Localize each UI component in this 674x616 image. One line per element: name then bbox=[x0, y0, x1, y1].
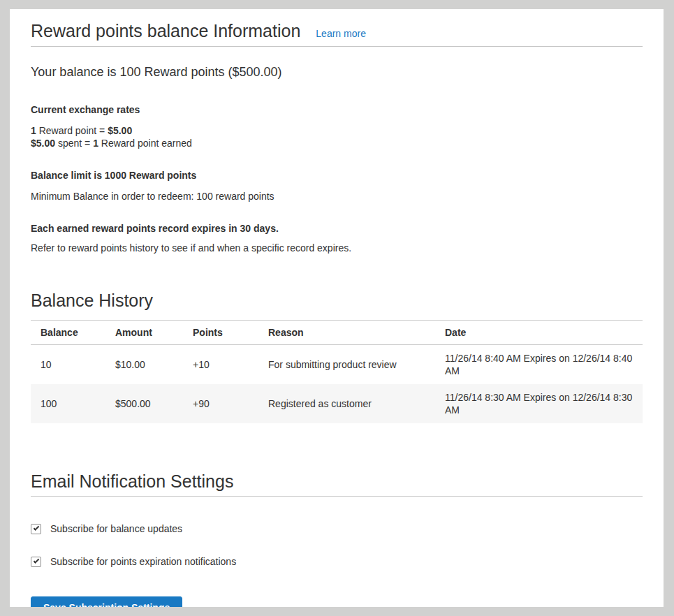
column-header-amount: Amount bbox=[105, 321, 183, 345]
rate1-text: Reward point = bbox=[36, 125, 108, 136]
exchange-rates: 1 Reward point = $5.00 $5.00 spent = 1 R… bbox=[31, 124, 643, 149]
cell-reason: Registered as customer bbox=[258, 384, 435, 423]
balance-limit-text: Balance limit is 1000 Reward points bbox=[31, 169, 643, 182]
balance-history-section: Balance History Balance Amount Points Re… bbox=[31, 290, 643, 423]
email-notification-section: Email Notification Settings Subscribe fo… bbox=[31, 471, 643, 607]
balance-history-title: Balance History bbox=[31, 290, 643, 311]
cell-reason: For submitting product review bbox=[258, 345, 435, 385]
reward-points-page: Reward points balance Information Learn … bbox=[10, 9, 664, 607]
cell-balance: 100 bbox=[31, 384, 105, 423]
table-header-row: Balance Amount Points Reason Date bbox=[31, 321, 643, 345]
cell-date: 11/26/14 8:40 AM Expires on 12/26/14 8:4… bbox=[435, 345, 643, 385]
rate2-points: 1 bbox=[93, 138, 98, 149]
column-header-balance: Balance bbox=[31, 321, 105, 345]
rate1-amount: $5.00 bbox=[108, 125, 132, 136]
exchange-rate-line-2: $5.00 spent = 1 Reward point earned bbox=[31, 137, 643, 149]
cell-points: +90 bbox=[183, 384, 258, 423]
cell-points: +10 bbox=[183, 345, 258, 385]
cell-amount: $500.00 bbox=[105, 384, 183, 423]
learn-more-link[interactable]: Learn more bbox=[316, 28, 366, 39]
cell-date: 11/26/14 8:30 AM Expires on 12/26/14 8:3… bbox=[435, 384, 643, 423]
exchange-rates-heading: Current exchange rates bbox=[31, 103, 643, 116]
rate2-tail: Reward point earned bbox=[98, 138, 192, 149]
page-title: Reward points balance Information bbox=[31, 20, 300, 41]
balance-history-table: Balance Amount Points Reason Date 10 $10… bbox=[31, 320, 643, 423]
balance-summary: Your balance is 100 Reward points ($500.… bbox=[31, 65, 643, 80]
page-header: Reward points balance Information Learn … bbox=[31, 20, 643, 47]
table-row: 10 $10.00 +10 For submitting product rev… bbox=[31, 345, 643, 385]
rate2-text: spent = bbox=[55, 138, 93, 149]
save-subscription-settings-button[interactable]: Save Subscription Settings bbox=[31, 596, 182, 607]
rate1-points: 1 bbox=[31, 125, 36, 136]
balance-updates-checkbox[interactable] bbox=[31, 524, 41, 534]
cell-balance: 10 bbox=[31, 345, 105, 385]
rate2-amount: $5.00 bbox=[31, 138, 55, 149]
balance-updates-label[interactable]: Subscribe for balance updates bbox=[50, 522, 182, 535]
points-expiration-label[interactable]: Subscribe for points expiration notifica… bbox=[50, 555, 236, 568]
checkmark-icon bbox=[33, 525, 38, 530]
expiry-text: Each earned reward points record expires… bbox=[31, 222, 643, 235]
expiry-note-text: Refer to reward points history to see if… bbox=[31, 242, 643, 254]
column-header-points: Points bbox=[183, 321, 258, 345]
column-header-reason: Reason bbox=[258, 321, 435, 345]
minimum-balance-text: Minimum Balance in order to redeem: 100 … bbox=[31, 190, 643, 203]
cell-amount: $10.00 bbox=[105, 345, 183, 385]
points-expiration-checkbox[interactable] bbox=[31, 557, 41, 567]
table-row: 100 $500.00 +90 Registered as customer 1… bbox=[31, 384, 643, 423]
column-header-date: Date bbox=[435, 321, 643, 345]
checkmark-icon bbox=[33, 557, 38, 563]
points-expiration-option[interactable]: Subscribe for points expiration notifica… bbox=[31, 555, 643, 568]
email-notification-title: Email Notification Settings bbox=[31, 471, 643, 497]
exchange-rate-line-1: 1 Reward point = $5.00 bbox=[31, 124, 643, 137]
balance-updates-option[interactable]: Subscribe for balance updates bbox=[31, 522, 643, 535]
